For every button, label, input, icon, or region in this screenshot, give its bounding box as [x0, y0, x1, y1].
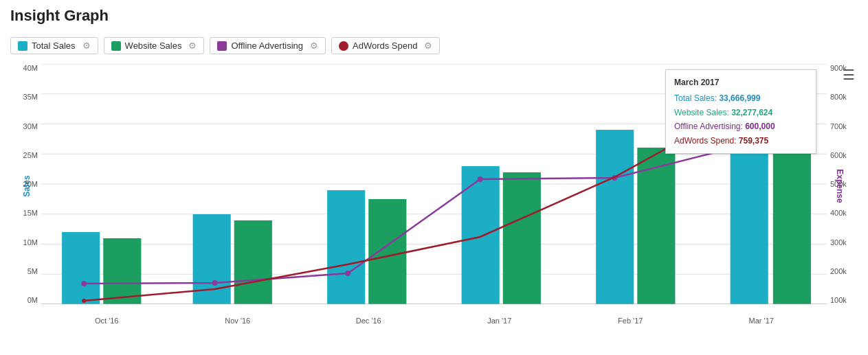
adwords-spend-gear-icon[interactable]: ⚙: [424, 41, 432, 51]
chart-inner: March 2017 Total Sales: 33,666,999 Websi…: [41, 64, 827, 304]
y-right-400k: 400k: [830, 209, 847, 217]
bar-total-jan17: [462, 166, 500, 304]
y-right-800k: 800k: [830, 93, 847, 101]
adwords-dot-oct16: [82, 299, 86, 303]
offline-advertising-label: Offline Advertising: [231, 41, 303, 51]
page-container: Insight Graph Total Sales ⚙ Website Sale…: [0, 0, 868, 355]
y-left-35m: 35M: [23, 93, 38, 101]
adwords-spend-color-dot: [339, 41, 348, 51]
offline-advertising-gear-icon[interactable]: ⚙: [310, 41, 318, 51]
bar-website-oct16: [103, 238, 141, 304]
legend-bar: Total Sales ⚙ Website Sales ⚙ Offline Ad…: [10, 37, 858, 54]
tooltip-label-total: Total Sales:: [674, 93, 719, 103]
y-left-5m: 5M: [27, 267, 38, 275]
y-left-15m: 15M: [23, 209, 38, 217]
website-sales-label: Website Sales: [125, 41, 182, 51]
x-label-nov16: Nov '16: [210, 317, 265, 325]
offline-dot-dec16: [345, 271, 350, 276]
y-right-300k: 300k: [830, 238, 847, 247]
bar-website-nov16: [234, 220, 272, 304]
tooltip-val-website: 32,277,624: [731, 108, 772, 117]
y-left-0m: 0M: [27, 296, 38, 304]
tooltip-val-total: 33,666,999: [719, 93, 760, 103]
y-axis-left: 40M 35M 30M 25M 20M 15M 10M 5M 0M: [10, 64, 41, 304]
tooltip-label-website: Website Sales:: [674, 108, 731, 117]
bar-total-feb17: [596, 130, 634, 304]
tooltip-row-offline: Offline Advertising: 600,000: [674, 119, 808, 133]
tooltip: March 2017 Total Sales: 33,666,999 Websi…: [665, 69, 816, 154]
x-axis: Oct '16 Nov '16 Dec '16 Jan '17 Feb '17 …: [41, 304, 827, 325]
y-left-40m: 40M: [23, 64, 38, 72]
tooltip-row-website: Website Sales: 32,277,624: [674, 106, 808, 119]
menu-icon[interactable]: ☰: [840, 64, 858, 86]
bar-website-jan17: [503, 172, 541, 304]
chart-area: Sales 40M 35M 30M 25M 20M 15M 10M 5M 0M …: [10, 64, 858, 325]
website-sales-gear-icon[interactable]: ⚙: [188, 41, 197, 51]
y-left-10m: 10M: [23, 238, 38, 247]
legend-item-website-sales[interactable]: Website Sales ⚙: [104, 37, 205, 54]
y-right-600k: 600k: [830, 151, 847, 159]
offline-advertising-color-dot: [217, 41, 227, 51]
legend-item-offline-advertising[interactable]: Offline Advertising ⚙: [210, 37, 326, 54]
total-sales-gear-icon[interactable]: ⚙: [82, 41, 91, 51]
legend-item-adwords-spend[interactable]: AdWords Spend ⚙: [331, 37, 440, 54]
x-label-mar17: Mar '17: [734, 317, 789, 325]
y-axis-right-label: Expense: [834, 169, 844, 203]
x-label-dec16: Dec '16: [341, 317, 396, 325]
offline-dot-jan17: [478, 176, 483, 182]
y-right-100k: 100k: [830, 296, 847, 304]
total-sales-label: Total Sales: [32, 41, 76, 51]
y-left-30m: 30M: [23, 122, 38, 130]
x-label-oct16: Oct '16: [79, 317, 134, 325]
tooltip-row-adwords: AdWords Spend: 759,375: [674, 134, 808, 148]
y-right-200k: 200k: [830, 267, 847, 275]
offline-dot-oct16: [81, 281, 87, 286]
website-sales-color-dot: [111, 41, 121, 51]
offline-dot-nov16: [212, 280, 218, 286]
bar-website-dec16: [368, 199, 406, 304]
x-label-jan17: Jan '17: [472, 317, 527, 325]
tooltip-val-adwords: 759,375: [739, 136, 768, 146]
total-sales-color-dot: [18, 41, 27, 51]
tooltip-title: March 2017: [674, 76, 808, 89]
tooltip-label-offline: Offline Advertising:: [674, 122, 745, 131]
x-label-feb17: Feb '17: [603, 317, 658, 325]
adwords-spend-label: AdWords Spend: [353, 41, 417, 51]
tooltip-label-adwords: AdWords Spend:: [674, 136, 739, 146]
tooltip-row-total: Total Sales: 33,666,999: [674, 91, 808, 105]
bar-total-dec16: [327, 190, 365, 304]
page-title: Insight Graph: [10, 7, 858, 25]
y-left-20m: 20M: [23, 180, 38, 188]
bar-total-oct16: [62, 232, 100, 304]
y-left-25m: 25M: [23, 151, 38, 159]
legend-item-total-sales[interactable]: Total Sales ⚙: [10, 37, 98, 54]
tooltip-val-offline: 600,000: [745, 122, 775, 131]
y-right-700k: 700k: [830, 122, 847, 130]
